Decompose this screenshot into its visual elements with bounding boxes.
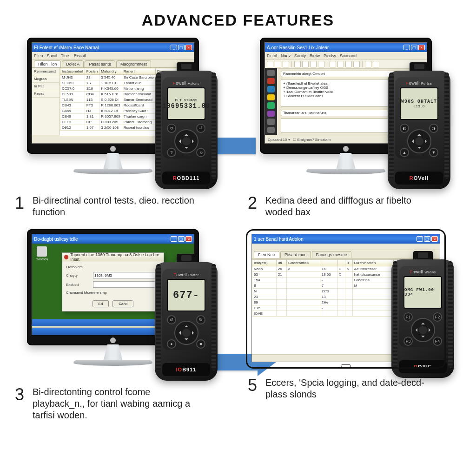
toolbar-icon[interactable]	[267, 61, 273, 67]
menu-item[interactable]: Bietw	[310, 53, 320, 58]
menu-bar[interactable]: Fintol Nuov Sanity Bietw Piodsy Snanand	[265, 52, 427, 60]
tab[interactable]: Hilon Tlon	[34, 60, 61, 67]
device-key[interactable]: F4	[433, 337, 442, 346]
device-key[interactable]: ▲	[400, 148, 409, 157]
dock-icon[interactable]	[267, 111, 275, 117]
col-header[interactable]	[320, 260, 337, 266]
col-header[interactable]: Ranert	[122, 68, 155, 75]
dock-icon[interactable]	[267, 94, 275, 101]
col-header[interactable]	[337, 260, 345, 266]
minimize-icon[interactable]: _	[171, 236, 177, 242]
device-key[interactable]: ■	[196, 339, 205, 349]
device-dpad[interactable]	[174, 321, 198, 345]
toolbar-icon[interactable]	[302, 61, 309, 67]
desktop-shortcut[interactable]: Gootney	[35, 246, 49, 261]
device-key[interactable]: ↻	[196, 315, 205, 324]
lcd-line-2: W90S OHTA1T	[401, 99, 437, 104]
device-key[interactable]: ↺	[167, 315, 176, 324]
ok-button[interactable]: Ed	[93, 300, 109, 307]
device-dpad[interactable]	[411, 318, 435, 342]
col-header[interactable]: Instesonaterl	[60, 68, 85, 75]
toolbar-icon[interactable]	[275, 61, 281, 67]
nav-item[interactable]: Remmecenct	[32, 68, 60, 75]
tab[interactable]: Fanosgs-mesme	[312, 251, 351, 258]
toolbar-icon[interactable]	[318, 61, 324, 67]
col-header[interactable]: Matondry	[99, 68, 122, 75]
device-key[interactable]: ▼	[429, 148, 438, 157]
device-key[interactable]: ◐	[400, 124, 409, 133]
tab[interactable]: Plisard mon	[280, 251, 311, 258]
maximize-icon[interactable]: ▢	[178, 236, 185, 242]
device-key[interactable]: ◑	[429, 124, 438, 133]
device-key[interactable]: ⏎	[196, 124, 205, 133]
device-key[interactable]: ●	[167, 339, 176, 349]
close-icon[interactable]: ×	[431, 236, 438, 242]
close-icon[interactable]: ×	[185, 45, 192, 50]
minimize-icon[interactable]: _	[416, 236, 423, 242]
menu-item[interactable]: Reaatl	[74, 53, 86, 58]
col-header[interactable]: Iear(est)	[252, 260, 277, 266]
menu-bar[interactable]: Fileo Savol Tine: Reaatl	[32, 52, 194, 60]
toolbar-icon[interactable]	[283, 61, 289, 67]
menu-item[interactable]: Piodsy	[324, 53, 336, 58]
col-header[interactable]: url	[276, 260, 286, 266]
device-dpad[interactable]	[407, 129, 431, 153]
menu-item[interactable]: Fileo	[34, 53, 43, 58]
toolbar-icon[interactable]	[310, 61, 317, 67]
menu-item[interactable]: Sanity	[294, 53, 306, 58]
maximize-icon[interactable]: ▢	[178, 45, 185, 50]
alert-icon	[64, 255, 68, 259]
col-header[interactable]: 8	[345, 260, 352, 266]
tablet-4: 1 uer Banal harti Adolon _ ▢ × Fleri Not…	[246, 229, 446, 369]
device-dpad[interactable]	[174, 129, 198, 153]
close-icon[interactable]: ×	[185, 236, 192, 242]
menu-item[interactable]: Snanand	[340, 53, 357, 58]
menu-item[interactable]: Savol	[47, 53, 58, 58]
col-header[interactable]: Luren’hacten	[352, 260, 393, 266]
cancel-button[interactable]: Cand	[112, 300, 133, 307]
device-key[interactable]: F3	[403, 337, 413, 346]
minimize-icon[interactable]: _	[403, 45, 410, 50]
nav-item[interactable]: In Pat	[32, 83, 60, 90]
device-key[interactable]: F1	[403, 312, 413, 322]
nav-item[interactable]: Mograa	[32, 75, 60, 83]
toolbar-icon[interactable]	[365, 61, 371, 67]
toolbar-icon[interactable]	[337, 61, 344, 67]
device-key[interactable]: ⟲	[167, 124, 176, 133]
tab[interactable]: Fleri Notr	[254, 251, 279, 258]
home-button-icon[interactable]	[341, 364, 351, 367]
toolbar-icon[interactable]	[373, 61, 379, 67]
dock-icon[interactable]	[267, 102, 275, 109]
menu-item[interactable]: Nuov	[281, 53, 291, 58]
col-header[interactable]: Fosten	[85, 68, 99, 75]
dock-icon[interactable]	[267, 78, 275, 85]
maximize-icon[interactable]: ▢	[411, 45, 417, 50]
maximize-icon[interactable]: ▢	[424, 236, 430, 242]
dock-icon[interactable]	[267, 70, 275, 76]
nav-item[interactable]: Reost	[32, 90, 60, 98]
device-key[interactable]: F2	[433, 312, 442, 322]
minimize-icon[interactable]: _	[171, 45, 177, 50]
checkbox-label[interactable]: Chonsamt Msrennersmp	[66, 291, 160, 295]
menu-item[interactable]: Tine:	[61, 53, 70, 58]
close-icon[interactable]: ×	[418, 45, 425, 50]
toolbar-icon[interactable]	[345, 61, 352, 67]
cell	[345, 300, 352, 305]
dock-icon[interactable]	[267, 86, 275, 93]
toolbar-icon[interactable]	[353, 61, 360, 67]
device-key[interactable]: ?	[167, 148, 176, 157]
device-key[interactable]: ⎋	[196, 148, 205, 157]
tab[interactable]: Pasat sante	[85, 60, 115, 67]
dock-icon[interactable]	[267, 119, 275, 125]
col-header[interactable]: Ghertrantico	[287, 260, 320, 266]
tab[interactable]: Macgrommest	[116, 60, 151, 67]
tab[interactable]: Doiet A	[62, 60, 84, 67]
feature-cell-1: El Fotent ef /Marry Face Narnal _ ▢ × Fi…	[13, 38, 230, 221]
toolbar-icon[interactable]	[294, 61, 301, 67]
dock-icon[interactable]	[267, 127, 275, 133]
menu-item[interactable]: Fintol	[267, 53, 277, 58]
text-input[interactable]	[93, 272, 160, 278]
toolbar-icon[interactable]	[330, 61, 336, 67]
caption-2: 2 Kedina deed and difffogus ar fibelto w…	[246, 193, 433, 221]
text-input[interactable]	[93, 281, 160, 288]
